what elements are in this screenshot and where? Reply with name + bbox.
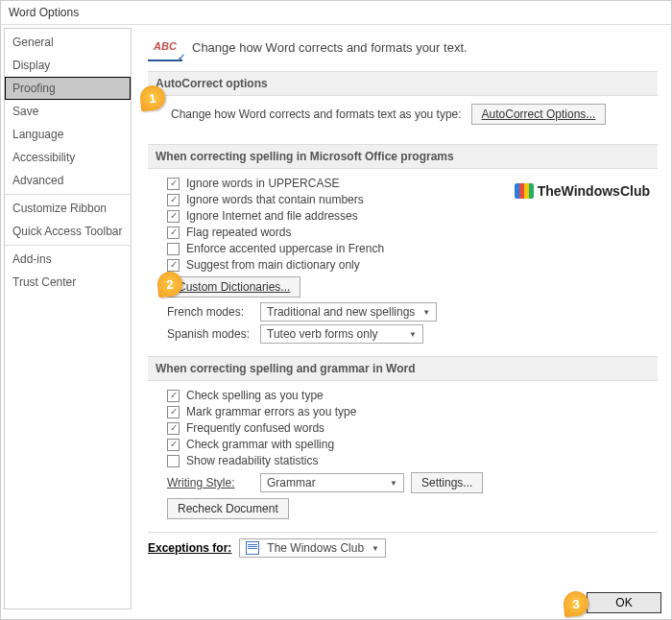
watermark-logo-icon: [515, 183, 534, 199]
chk-grammar-spelling[interactable]: [167, 439, 180, 451]
lbl-check-spelling-typing: Check spelling as you type: [186, 389, 324, 402]
sidebar-separator: [5, 194, 131, 195]
chk-readability[interactable]: [167, 455, 180, 467]
proofing-icon: ABC: [148, 33, 182, 61]
writing-style-select[interactable]: Grammar▼: [260, 473, 404, 492]
chk-suggest-main-dict[interactable]: [167, 259, 180, 272]
spanish-modes-label: Spanish modes:: [167, 327, 253, 341]
chk-confused-words[interactable]: [167, 422, 180, 435]
sidebar-item-save[interactable]: Save: [5, 100, 131, 123]
spanish-modes-select[interactable]: Tuteo verb forms only▼: [260, 324, 423, 344]
sidebar-item-display[interactable]: Display: [5, 54, 131, 77]
chevron-down-icon: ▼: [409, 330, 417, 339]
custom-dictionaries-button[interactable]: Custom Dictionaries...: [167, 276, 300, 298]
chevron-down-icon: ▼: [372, 544, 379, 553]
sidebar-separator: [5, 245, 131, 246]
lbl-readability: Show readability statistics: [186, 454, 318, 467]
sidebar: General Display Proofing Save Language A…: [4, 28, 132, 609]
sidebar-item-accessibility[interactable]: Accessibility: [5, 146, 131, 169]
sidebar-item-general[interactable]: General: [5, 31, 131, 54]
chevron-down-icon: ▼: [390, 479, 397, 488]
chk-flag-repeated[interactable]: [167, 227, 180, 239]
page-heading: Change how Word corrects and formats you…: [192, 40, 468, 55]
autocorrect-options-button[interactable]: AutoCorrect Options...: [471, 104, 607, 125]
ok-button[interactable]: OK: [587, 592, 661, 613]
lbl-mark-grammar-typing: Mark grammar errors as you type: [186, 405, 356, 418]
sidebar-item-addins[interactable]: Add-ins: [5, 248, 131, 271]
chk-ignore-uppercase[interactable]: [167, 178, 180, 190]
sidebar-item-proofing[interactable]: Proofing: [5, 77, 131, 100]
sidebar-item-quick-access[interactable]: Quick Access Toolbar: [5, 220, 131, 243]
sidebar-item-customize-ribbon[interactable]: Customize Ribbon: [5, 197, 131, 220]
exceptions-label: Exceptions for:: [148, 541, 231, 555]
chk-mark-grammar-typing[interactable]: [167, 406, 180, 418]
lbl-grammar-spelling: Check grammar with spelling: [186, 438, 334, 451]
autocorrect-desc: Change how Word corrects and formats tex…: [171, 107, 462, 121]
sidebar-item-language[interactable]: Language: [5, 123, 131, 146]
chk-ignore-numbers[interactable]: [167, 194, 180, 206]
chk-ignore-internet[interactable]: [167, 210, 180, 223]
chk-enforce-accented[interactable]: [167, 243, 180, 255]
lbl-enforce-accented: Enforce accented uppercase in French: [186, 242, 384, 255]
lbl-suggest-main-dict: Suggest from main dictionary only: [186, 258, 360, 272]
sidebar-item-advanced[interactable]: Advanced: [5, 169, 131, 192]
lbl-ignore-uppercase: Ignore words in UPPERCASE: [186, 177, 339, 190]
lbl-flag-repeated: Flag repeated words: [186, 226, 291, 239]
window-title: Word Options: [1, 1, 671, 25]
main-container: General Display Proofing Save Language A…: [1, 25, 671, 612]
watermark-text: TheWindowsClub: [538, 183, 650, 199]
french-modes-label: French modes:: [167, 305, 253, 319]
lbl-ignore-internet: Ignore Internet and file addresses: [186, 209, 358, 223]
watermark: TheWindowsClub: [515, 183, 650, 199]
writing-style-label: Writing Style:: [167, 476, 253, 489]
recheck-document-button[interactable]: Recheck Document: [167, 498, 289, 519]
main-panel: ABC Change how Word corrects and formats…: [134, 25, 671, 612]
section-autocorrect-head: AutoCorrect options: [148, 71, 658, 96]
section-spelling-word-head: When correcting spelling and grammar in …: [148, 356, 658, 381]
section-spelling-office-head: When correcting spelling in Microsoft Of…: [148, 144, 658, 169]
chk-check-spelling-typing[interactable]: [167, 390, 180, 402]
sidebar-item-trust-center[interactable]: Trust Center: [5, 271, 131, 294]
lbl-ignore-numbers: Ignore words that contain numbers: [186, 193, 364, 206]
lbl-confused-words: Frequently confused words: [186, 421, 324, 435]
document-icon: [246, 541, 259, 555]
chevron-down-icon: ▼: [422, 308, 430, 317]
settings-button[interactable]: Settings...: [411, 472, 483, 493]
exceptions-select[interactable]: The Windows Club▼: [239, 538, 386, 558]
french-modes-select[interactable]: Traditional and new spellings▼: [260, 302, 437, 322]
